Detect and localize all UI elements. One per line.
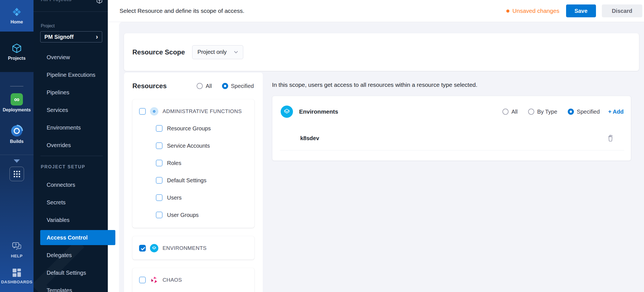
group-label: ENVIRONMENTS	[163, 245, 207, 251]
cube-icon	[96, 0, 103, 5]
scope-description: In this scope, users get access to all r…	[272, 82, 639, 88]
nav-item-delegates[interactable]: Delegates	[34, 246, 108, 264]
checkbox-user-groups[interactable]	[156, 212, 163, 218]
chaos-icon	[150, 276, 158, 284]
deployments-infinity-icon: ∞	[11, 93, 23, 106]
rail-item-label: Home	[11, 20, 23, 25]
rail-item-home[interactable]: Home	[0, 0, 34, 32]
radio-by-type[interactable]: By Type	[528, 109, 557, 115]
nav-item-environments[interactable]: Environments	[34, 119, 108, 137]
resources-title: Resources	[132, 82, 167, 90]
project-field-label: Project	[41, 23, 108, 28]
builds-icon	[11, 125, 23, 137]
nav-item-pipeline-executions[interactable]: Pipeline Executions	[34, 66, 108, 84]
nav-item-access-control[interactable]: Access Control	[40, 230, 115, 245]
environments-icon	[281, 106, 293, 118]
nav-item-pipelines[interactable]: Pipelines	[34, 84, 108, 101]
projects-cube-icon	[11, 43, 22, 54]
resource-scope-value: Project only	[197, 49, 227, 55]
save-button[interactable]: Save	[566, 4, 596, 17]
checkbox-roles[interactable]	[156, 160, 163, 166]
module-picker-button[interactable]	[9, 167, 24, 181]
dashboards-grid-icon	[12, 268, 22, 278]
main-content: Select Resource and define its scope of …	[108, 0, 644, 292]
checkbox-resource-groups[interactable]	[156, 125, 163, 132]
resource-group-card-chaos: CHAOS	[132, 268, 254, 292]
grid-icon	[14, 171, 20, 177]
radio-all[interactable]: All	[502, 109, 517, 115]
rail-item-label: HELP	[11, 253, 23, 258]
radio-specified[interactable]: Specified	[222, 83, 254, 89]
unsaved-dot-icon	[506, 9, 509, 13]
svg-text:?: ?	[15, 243, 17, 247]
nav-item-default-settings[interactable]: Default Settings	[34, 264, 108, 282]
home-icon	[12, 7, 22, 17]
rail-item-projects[interactable]: Projects	[0, 32, 34, 72]
project-setup-section-label: PROJECT SETUP	[41, 164, 108, 169]
radio-icon	[528, 109, 534, 115]
nav-divider	[40, 156, 103, 156]
checkbox-service-accounts[interactable]	[156, 142, 163, 149]
resource-group-card-environments: ENVIRONMENTS	[132, 236, 254, 260]
help-chat-icon: ?	[11, 241, 22, 252]
scope-detail-column: In this scope, users get access to all r…	[272, 73, 639, 292]
unsaved-changes-label: Unsaved changes	[512, 8, 559, 14]
radio-all[interactable]: All	[197, 83, 212, 89]
nav-scope-selector[interactable]: All Projects	[34, 0, 108, 12]
chevron-right-icon: ›	[96, 33, 98, 40]
row-divider	[280, 150, 624, 150]
resources-panel: Resources All Specified	[124, 73, 263, 292]
checkbox-users[interactable]	[156, 194, 163, 201]
rail-middle-section: ∞ Deployments Builds	[0, 72, 34, 292]
resource-group-card-admin: ADMINISTRATIVE FUNCTIONS Resource Groups…	[132, 99, 254, 228]
chevron-down-icon[interactable]	[14, 159, 20, 163]
environment-name: k8sdev	[300, 135, 319, 142]
nav-item-services[interactable]: Services	[34, 101, 108, 119]
resource-scope-title: Resource Scope	[132, 48, 185, 56]
nav-item-overrides[interactable]: Overrides	[34, 137, 108, 154]
project-nav-panel: All Projects Project PM Signoff › Overvi…	[34, 0, 108, 292]
radio-specified[interactable]: Specified	[568, 109, 600, 115]
environments-radio-group: All By Type Specified	[502, 109, 600, 115]
nav-item-variables[interactable]: Variables	[34, 211, 108, 229]
page-subtitle: Select Resource and define its scope of …	[120, 8, 244, 14]
resource-scope-dropdown[interactable]: Project only	[192, 45, 243, 59]
page-header: Select Resource and define its scope of …	[108, 0, 644, 22]
nav-item-secrets[interactable]: Secrets	[34, 194, 108, 211]
checkbox-administrative-functions[interactable]	[139, 108, 146, 115]
nav-item-connectors[interactable]: Connectors	[34, 176, 108, 194]
rail-item-help[interactable]: ? HELP	[11, 241, 23, 258]
discard-button[interactable]: Discard	[602, 4, 642, 17]
rail-item-label: DASHBOARDS	[1, 279, 33, 284]
add-environment-link[interactable]: + Add	[608, 109, 624, 115]
rail-item-label: Builds	[10, 139, 24, 144]
rail-item-label: Projects	[8, 56, 25, 61]
resource-type-row: Roles	[156, 160, 248, 166]
radio-icon	[197, 83, 203, 89]
radio-icon-selected	[568, 109, 574, 115]
environment-row: k8sdev	[272, 134, 631, 142]
nav-item-overview[interactable]: Overview	[34, 49, 108, 66]
project-name: PM Signoff	[44, 34, 73, 40]
nav-item-templates[interactable]: Templates	[34, 282, 108, 292]
radio-icon-selected	[222, 83, 228, 89]
detail-panel-title: Environments	[299, 108, 338, 115]
group-label: CHAOS	[163, 277, 182, 283]
checkbox-default-settings[interactable]	[156, 177, 163, 184]
trash-icon[interactable]	[606, 134, 615, 142]
rail-item-builds[interactable]: Builds	[10, 125, 24, 144]
rail-item-deployments[interactable]: ∞ Deployments	[3, 93, 31, 113]
resources-radio-group: All Specified	[197, 83, 254, 89]
rail-divider	[10, 86, 23, 87]
checkbox-chaos[interactable]	[139, 277, 146, 283]
resource-scope-card: Resource Scope Project only	[124, 33, 639, 71]
checkbox-environments[interactable]	[139, 245, 146, 252]
resource-type-row: Resource Groups	[156, 125, 248, 132]
workspace: Resource Scope Project only Resources Al…	[119, 22, 644, 292]
radio-icon	[502, 109, 509, 115]
project-selector[interactable]: PM Signoff ›	[40, 31, 102, 42]
rail-item-dashboards[interactable]: DASHBOARDS	[1, 268, 33, 284]
rail-item-label: Deployments	[3, 107, 31, 113]
resource-type-row: User Groups	[156, 212, 248, 218]
module-rail: Home Projects ∞ Deployments Builds	[0, 0, 34, 292]
